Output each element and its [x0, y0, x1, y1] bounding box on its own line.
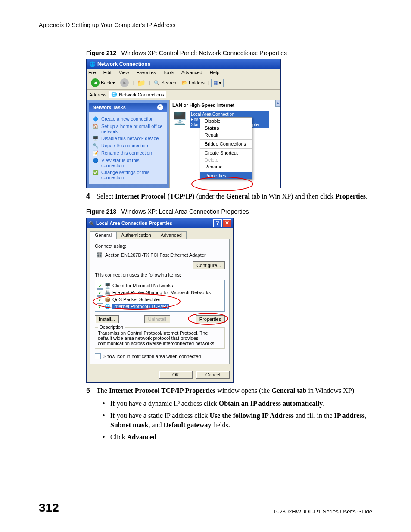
item-label: QoS Packet Scheduler — [112, 297, 160, 302]
ctx-repair[interactable]: Repair — [200, 131, 252, 138]
menu-view[interactable]: View — [119, 70, 129, 75]
t: in Windows XP). — [306, 387, 356, 394]
network-tasks-header[interactable]: Network Tasks ⌃ — [89, 103, 167, 112]
t: Internet Protocol TCP/IP Properties — [109, 387, 216, 394]
menu-help[interactable]: Help — [210, 70, 220, 75]
task-label: Disable this network device — [101, 136, 159, 141]
t: Click — [110, 433, 127, 441]
menu-tools[interactable]: Tools — [163, 70, 174, 75]
figure-212-text: Windows XP: Control Panel: Network Conne… — [121, 50, 287, 56]
task-repair[interactable]: 🔧Repair this connection — [93, 143, 163, 149]
guide-name: P-2302HWUDL-P1 Series User's Guide — [274, 508, 372, 515]
items-listbox[interactable]: ✔🖥️Client for Microsoft Networks ✔🖨️File… — [95, 280, 225, 312]
page-header: Appendix D Setting up Your Computer's IP… — [39, 22, 372, 32]
menu-file[interactable]: File — [88, 70, 96, 75]
task-create-connection[interactable]: 🔷Create a new connection — [93, 116, 163, 122]
back-button[interactable]: ◄ Back ▾ — [89, 78, 117, 87]
task-label: Rename this connection — [101, 150, 152, 156]
t: If you have a dynamic IP address click — [110, 400, 219, 407]
checkbox-icon[interactable]: ✔ — [97, 289, 103, 296]
t: General — [226, 193, 250, 200]
help-button[interactable]: ? — [213, 219, 222, 227]
network-tasks-title: Network Tasks — [93, 105, 126, 110]
tab-strip: General Authentication Advanced — [87, 228, 233, 239]
task-change-settings[interactable]: ✅Change settings of this connection — [93, 170, 163, 180]
configure-button[interactable]: Configure... — [193, 261, 225, 269]
item-qos[interactable]: ✔📦QoS Packet Scheduler — [97, 296, 223, 303]
uninstall-button: Uninstall — [144, 315, 170, 323]
folders-button[interactable]: 📂 Folders — [180, 80, 206, 86]
item-label: Internet Protocol (TCP/IP) — [112, 304, 169, 309]
ctx-bridge[interactable]: Bridge Connections — [200, 140, 252, 147]
task-view-status[interactable]: 🔵View status of this connection — [93, 158, 163, 168]
search-icon: 🔍 — [154, 80, 160, 86]
folder-up-icon: 📁 — [137, 79, 146, 87]
t: . — [323, 400, 324, 407]
menu-advanced[interactable]: Advanced — [181, 70, 202, 75]
step-number: 4 — [86, 192, 97, 201]
item-client-ms[interactable]: ✔🖥️Client for Microsoft Networks — [97, 282, 223, 289]
address-bar: Address 🌐 Network Connections — [87, 90, 280, 100]
ctx-disable[interactable]: Disable — [200, 118, 252, 124]
tab-authentication[interactable]: Authentication — [116, 231, 156, 239]
page-footer: 312 P-2302HWUDL-P1 Series User's Guide — [39, 498, 372, 515]
collapse-icon: ⌃ — [157, 104, 163, 110]
menu-edit[interactable]: Edit — [103, 70, 112, 75]
page-number: 312 — [39, 501, 59, 515]
views-button[interactable]: ▦▾ — [211, 79, 224, 87]
figure-213-caption: Figure 213 Windows XP: Local Area Connec… — [86, 208, 372, 215]
tab-advanced[interactable]: Advanced — [156, 231, 187, 239]
search-button[interactable]: 🔍 Search — [152, 80, 178, 86]
figure-213-label: Figure 213 — [86, 208, 116, 215]
ctx-properties[interactable]: Properties — [200, 172, 252, 179]
task-disable-device[interactable]: 🖥️Disable this network device — [93, 136, 163, 141]
ok-button[interactable]: OK — [159, 371, 193, 379]
tab-general[interactable]: General — [90, 231, 116, 239]
search-label: Search — [161, 80, 176, 85]
show-icon-row[interactable]: ✔ Show icon in notification area when co… — [95, 353, 225, 359]
figure-212-label: Figure 212 — [86, 50, 116, 56]
wizard-icon: 🔷 — [93, 116, 99, 122]
scroll-up-button[interactable]: ▲ — [275, 100, 280, 107]
up-button[interactable]: 📁 — [135, 78, 147, 87]
bullet-icon: • — [103, 411, 110, 430]
t: (under the — [195, 193, 226, 200]
properties-button[interactable]: Properties — [196, 315, 225, 323]
connect-using-label: Connect using: — [95, 243, 225, 249]
adapter-field: 🎛️ Accton EN1207D-TX PCI Fast Ethernet A… — [95, 251, 225, 258]
repair-icon: 🔧 — [93, 143, 99, 149]
bullet-1: • If you have a dynamic IP address click… — [103, 399, 372, 408]
context-menu: Disable Status Repair Bridge Connections… — [200, 117, 252, 180]
item-file-print[interactable]: ✔🖨️File and Printer Sharing for Microsof… — [97, 289, 223, 296]
back-icon: ◄ — [91, 78, 100, 87]
description-group: Description Transmission Control Protoco… — [95, 327, 225, 349]
cancel-button[interactable]: Cancel — [196, 371, 230, 379]
checkbox-icon[interactable]: ✔ — [97, 283, 103, 289]
views-icon: ▦ — [213, 80, 218, 86]
bullet-2: • If you have a static IP address click … — [103, 411, 372, 430]
home-network-icon: 🏠 — [93, 124, 99, 134]
t: Internet Protocol (TCP/IP) — [115, 193, 195, 200]
task-rename[interactable]: 📝Rename this connection — [93, 150, 163, 156]
install-button[interactable]: Install... — [95, 315, 119, 323]
checkbox-icon[interactable]: ✔ — [97, 303, 103, 309]
toolbar: ◄ Back ▾ ► | 📁 | 🔍 Search 📂 Folders | — [87, 76, 280, 90]
menubar[interactable]: File Edit View Favorites Tools Advanced … — [87, 69, 280, 76]
task-setup-network[interactable]: 🏠Set up a home or small office network — [93, 124, 163, 134]
t: . — [156, 433, 158, 441]
ctx-status[interactable]: Status — [200, 124, 252, 131]
menu-favorites[interactable]: Favorites — [137, 70, 156, 75]
uses-items-label: This connection uses the following items… — [95, 272, 225, 277]
item-tcpip[interactable]: ✔🌐Internet Protocol (TCP/IP) — [97, 303, 223, 310]
address-field[interactable]: 🌐 Network Connections — [109, 91, 166, 98]
t: Select — [97, 193, 115, 200]
t: . — [366, 193, 367, 200]
ctx-rename[interactable]: Rename — [200, 163, 252, 170]
close-button[interactable]: ✕ — [223, 219, 231, 227]
checkbox-icon[interactable]: ✔ — [97, 296, 103, 302]
forward-button[interactable]: ► — [118, 78, 131, 87]
rename-icon: 📝 — [93, 150, 99, 156]
ctx-shortcut[interactable]: Create Shortcut — [200, 149, 252, 156]
window-title: Network Connections — [97, 61, 150, 67]
checkbox-icon[interactable]: ✔ — [95, 353, 101, 359]
